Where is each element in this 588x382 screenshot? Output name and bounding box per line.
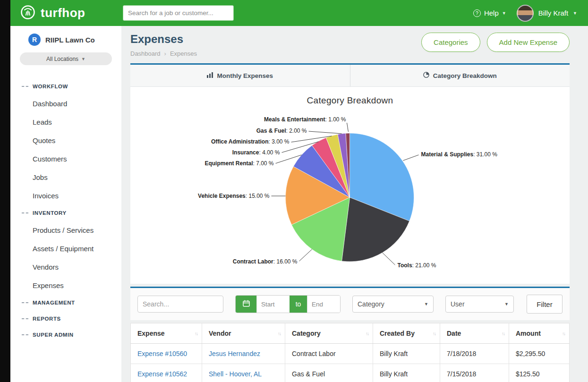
categories-button[interactable]: Categories — [421, 33, 480, 52]
column-header-category[interactable]: Category↑↓ — [285, 323, 373, 344]
help-icon: ? — [473, 9, 481, 17]
sidebar: R RIIPL Lawn Co All Locations ▼ WORKFLOW… — [10, 26, 121, 382]
sidebar-item-quotes[interactable]: Quotes — [10, 131, 121, 150]
column-header-date[interactable]: Date↑↓ — [440, 323, 509, 344]
sort-icon[interactable]: ↑↓ — [195, 331, 197, 336]
table-search-input[interactable] — [137, 296, 223, 313]
app-window: turfhop ? Help ▼ Billy Kraft ▼ — [0, 0, 588, 382]
dashes-icon — [22, 302, 28, 303]
chevron-down-icon: ▼ — [573, 11, 577, 16]
user-name: Billy Kraft — [538, 9, 568, 17]
amount-cell: $2,295.50 — [509, 344, 570, 364]
nav-section-label: INVENTORY — [33, 210, 67, 216]
calendar-icon — [243, 300, 250, 308]
nav-section-management[interactable]: MANAGEMENT — [10, 295, 121, 311]
column-header-vendor[interactable]: Vendor↑↓ — [202, 323, 285, 344]
nav-section-inventory[interactable]: INVENTORY — [10, 205, 121, 221]
expense-link[interactable]: Expense #10562 — [131, 364, 202, 382]
nav-section-label: SUPER ADMIN — [33, 332, 74, 338]
brand-logo[interactable]: turfhop — [20, 4, 123, 22]
sidebar-item-leads[interactable]: Leads — [10, 113, 121, 131]
add-new-expense-button[interactable]: Add New Expense — [487, 33, 570, 52]
filter-bar: to Category ▼ User ▼ Filter — [130, 287, 570, 320]
category-select[interactable]: Category ▼ — [352, 296, 434, 313]
category-select-value: Category — [358, 300, 384, 308]
main-content: Expenses Dashboard › Expenses Categories… — [121, 26, 588, 382]
sidebar-item-customers[interactable]: Customers — [10, 150, 121, 168]
calendar-button[interactable] — [236, 296, 256, 313]
pie-label: Insurance: 4.00 % — [232, 149, 280, 156]
sidebar-item-jobs[interactable]: Jobs — [10, 168, 121, 187]
pie-label: Contract Labor: 16.00 % — [233, 258, 298, 265]
pie-label: Tools: 21.00 % — [398, 262, 436, 269]
location-selector[interactable]: All Locations ▼ — [20, 52, 112, 65]
bar-chart-icon — [207, 72, 213, 79]
nav-section-super-admin[interactable]: SUPER ADMIN — [10, 327, 121, 343]
chevron-down-icon: ▼ — [502, 11, 506, 16]
pie-label: Meals & Entertainment: 1.00 % — [264, 116, 346, 123]
filter-button[interactable]: Filter — [527, 295, 562, 314]
nav-section-workflow[interactable]: WORKFLOW — [10, 78, 121, 94]
created-by-cell: Billy Kraft — [373, 364, 440, 382]
sidebar-item-products-services[interactable]: Products / Services — [10, 221, 121, 239]
table-row: Expense #10562 Shell - Hoover, AL Gas & … — [131, 364, 570, 382]
sidebar-item-expenses[interactable]: Expenses — [10, 276, 121, 295]
column-header-amount[interactable]: Amount↑↓ — [509, 323, 570, 344]
date-range-to-label: to — [290, 296, 307, 313]
sort-icon[interactable]: ↑↓ — [502, 331, 504, 336]
vendor-link[interactable]: Jesus Hernandez — [202, 344, 285, 364]
nav-section-reports[interactable]: REPORTS — [10, 311, 121, 327]
expenses-chart-panel: Monthly Expenses Category Breakdown Cate… — [130, 63, 570, 284]
company-header: R RIIPL Lawn Co — [10, 34, 121, 46]
user-menu[interactable]: Billy Kraft ▼ — [517, 5, 577, 22]
chevron-down-icon: ▼ — [81, 57, 85, 61]
dashes-icon — [22, 212, 28, 213]
expense-link[interactable]: Expense #10560 — [131, 344, 202, 364]
breadcrumb-dashboard[interactable]: Dashboard — [130, 50, 161, 57]
chart-area: Category Breakdown Material & Supplies: … — [130, 87, 570, 284]
company-name: RIIPL Lawn Co — [45, 36, 95, 44]
pie-label-line — [347, 123, 349, 132]
sidebar-item-invoices[interactable]: Invoices — [10, 187, 121, 205]
user-select-value: User — [451, 300, 465, 308]
chart-tabs: Monthly Expenses Category Breakdown — [130, 65, 570, 87]
left-edge-strip — [0, 0, 10, 382]
pie-label: Vehicle Expenses: 15.00 % — [198, 193, 270, 199]
company-logo: R — [28, 34, 41, 46]
pie-label: Gas & Fuel: 2.00 % — [256, 127, 307, 134]
dashes-icon — [22, 318, 28, 319]
breadcrumb: Dashboard › Expenses — [130, 50, 197, 57]
sidebar-item-assets-equipment[interactable]: Assets / Equipment — [10, 239, 121, 258]
category-cell: Contract Labor — [285, 344, 373, 364]
date-cell: 7/15/2018 — [440, 364, 509, 382]
pie-label: Equipment Rental: 7.00 % — [205, 160, 273, 167]
pie-label: Material & Supplies: 31.00 % — [421, 151, 498, 158]
pie-chart: Material & Supplies: 31.00 %Tools: 21.00… — [130, 108, 570, 275]
tab-category-breakdown[interactable]: Category Breakdown — [350, 65, 570, 86]
date-range-group: to — [235, 295, 341, 313]
global-search-input[interactable] — [123, 5, 234, 21]
column-header-created-by[interactable]: Created By↑↓ — [373, 323, 440, 344]
sort-icon[interactable]: ↑↓ — [278, 331, 281, 336]
sort-icon[interactable]: ↑↓ — [562, 331, 565, 336]
end-date-input[interactable] — [307, 296, 340, 313]
user-select[interactable]: User ▼ — [445, 296, 514, 313]
pie-label-line — [299, 249, 312, 261]
sidebar-item-vendors[interactable]: Vendors — [10, 258, 121, 276]
column-header-expense[interactable]: Expense↑↓ — [131, 323, 202, 344]
vendor-link[interactable]: Shell - Hoover, AL — [202, 364, 285, 382]
created-by-cell: Billy Kraft — [373, 344, 440, 364]
amount-cell: $125.50 — [509, 364, 570, 382]
sort-icon[interactable]: ↑↓ — [366, 331, 368, 336]
pie-chart-icon — [423, 72, 429, 79]
help-menu[interactable]: ? Help ▼ — [473, 9, 506, 17]
sidebar-nav: WORKFLOW Dashboard Leads Quotes Customer… — [10, 78, 121, 343]
sidebar-item-dashboard[interactable]: Dashboard — [10, 94, 121, 113]
nav-section-label: REPORTS — [33, 316, 61, 322]
sort-icon[interactable]: ↑↓ — [433, 331, 435, 336]
user-avatar — [517, 5, 534, 22]
select-arrow-icon: ▼ — [504, 302, 509, 306]
start-date-input[interactable] — [256, 296, 290, 313]
topbar: turfhop ? Help ▼ Billy Kraft ▼ — [10, 0, 588, 26]
tab-monthly-expenses[interactable]: Monthly Expenses — [130, 65, 350, 86]
